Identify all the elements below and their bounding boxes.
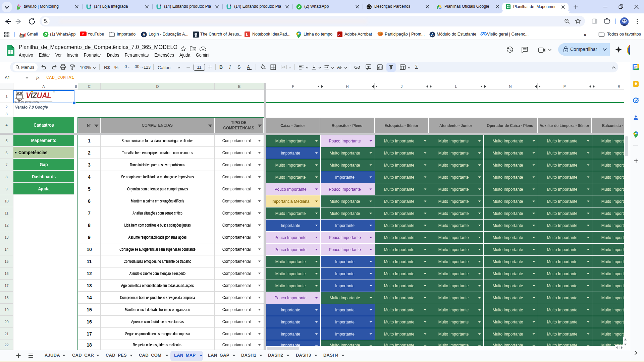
svg-text:100+: 100+ [20, 35, 25, 37]
svg-text:A: A [431, 33, 434, 37]
svg-text:L: L [246, 33, 249, 37]
svg-text:ASS: ASS [379, 33, 382, 35]
svg-text:A: A [337, 65, 340, 70]
svg-text:31: 31 [634, 65, 638, 69]
svg-text:A: A [143, 33, 145, 37]
svg-text:A: A [338, 33, 341, 37]
